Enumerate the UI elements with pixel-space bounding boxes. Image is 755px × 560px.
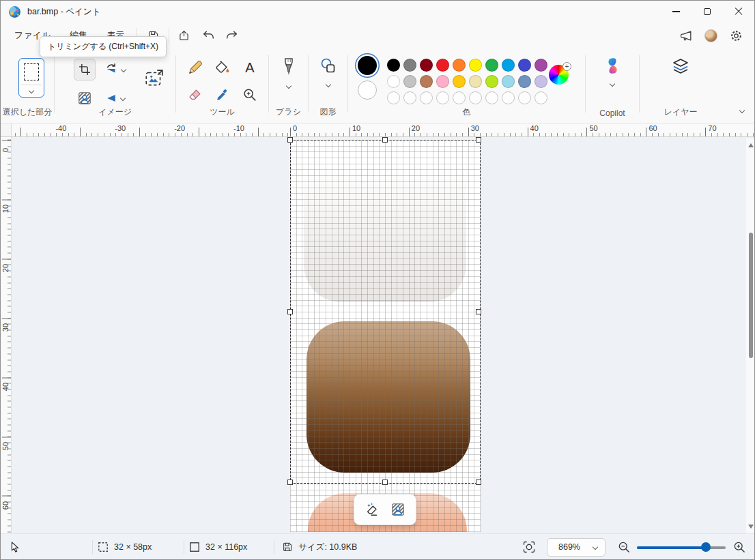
magic-eraser-button[interactable] xyxy=(365,502,380,517)
palette-swatch-r2-9[interactable] xyxy=(535,75,547,88)
primary-color-swatch[interactable] xyxy=(358,56,377,75)
settings-button[interactable] xyxy=(724,26,747,45)
chevron-down-icon[interactable] xyxy=(29,88,34,93)
zoom-out-button[interactable] xyxy=(617,534,631,560)
chevron-down-icon[interactable] xyxy=(326,82,331,87)
zoom-slider[interactable] xyxy=(637,534,726,560)
zoom-level-dropdown[interactable]: 869% xyxy=(547,534,606,560)
h-ruler-label: 50 xyxy=(590,124,598,132)
flip-icon xyxy=(104,91,118,105)
scrollbar-thumb[interactable] xyxy=(749,233,753,358)
selection-handle-6[interactable] xyxy=(382,480,388,485)
selection-rectangle[interactable] xyxy=(290,140,481,484)
color-picker-tool[interactable] xyxy=(209,81,236,108)
palette-swatch-r2-1[interactable] xyxy=(403,75,416,88)
palette-swatch-r2-4[interactable] xyxy=(453,75,466,88)
selection-handle-0[interactable] xyxy=(287,137,293,143)
text-tool[interactable]: A xyxy=(236,54,263,81)
palette-swatch-r2-6[interactable] xyxy=(485,75,498,88)
zoom-to-fit-button[interactable] xyxy=(522,534,536,560)
palette-swatch-r2-7[interactable] xyxy=(502,75,515,88)
resize-button[interactable] xyxy=(141,65,168,92)
share-button[interactable] xyxy=(173,26,197,45)
zoom-in-button[interactable] xyxy=(732,534,746,560)
palette-swatch-r2-2[interactable] xyxy=(420,75,433,88)
plus-icon: + xyxy=(562,62,571,71)
crop-button[interactable] xyxy=(74,59,96,80)
selection-handle-7[interactable] xyxy=(476,480,481,485)
palette-empty-slot-9[interactable] xyxy=(535,91,547,104)
chevron-down-icon[interactable] xyxy=(120,95,126,101)
chevron-down-icon[interactable] xyxy=(121,67,126,72)
selection-handle-4[interactable] xyxy=(476,309,481,314)
selection-handle-1[interactable] xyxy=(382,137,388,143)
h-ruler-label: 0 xyxy=(293,124,297,132)
zoom-slider-thumb[interactable] xyxy=(701,542,711,552)
palette-swatch-r1-3[interactable] xyxy=(436,59,449,72)
palette-swatch-r1-4[interactable] xyxy=(453,59,466,72)
minimize-button[interactable] xyxy=(660,1,692,23)
undo-button[interactable] xyxy=(197,26,220,45)
copilot-button[interactable] xyxy=(603,57,622,75)
paint-app-icon xyxy=(9,6,20,18)
palette-swatch-r1-6[interactable] xyxy=(485,59,498,72)
palette-empty-slot-0[interactable] xyxy=(387,91,400,104)
magnifier-tool[interactable] xyxy=(236,81,263,108)
maximize-button[interactable] xyxy=(692,1,723,23)
eraser-tool[interactable] xyxy=(182,81,209,108)
palette-empty-slot-3[interactable] xyxy=(436,91,449,104)
rotate-button[interactable] xyxy=(98,55,131,84)
maximize-icon xyxy=(704,8,711,15)
secondary-color-swatch[interactable] xyxy=(358,80,377,100)
palette-swatch-r1-1[interactable] xyxy=(403,59,416,72)
palette-swatch-r1-8[interactable] xyxy=(518,59,531,72)
palette-swatch-r2-0[interactable] xyxy=(387,75,400,88)
section-shapes: 図形 xyxy=(309,48,347,123)
palette-empty-slot-6[interactable] xyxy=(485,91,498,104)
palette-swatch-r1-9[interactable] xyxy=(535,59,547,72)
selection-handle-3[interactable] xyxy=(287,309,293,314)
close-button[interactable] xyxy=(723,1,754,23)
h-ruler-label: -10 xyxy=(233,124,244,132)
chevron-down-icon xyxy=(739,108,745,113)
palette-empty-slot-1[interactable] xyxy=(403,91,416,104)
palette-empty-slot-8[interactable] xyxy=(518,91,531,104)
palette-empty-slot-7[interactable] xyxy=(502,91,515,104)
chevron-down-icon[interactable] xyxy=(610,81,615,87)
palette-swatch-r2-3[interactable] xyxy=(436,75,449,88)
canvas-workspace[interactable] xyxy=(12,137,755,535)
account-avatar[interactable] xyxy=(704,29,717,42)
palette-swatch-r1-0[interactable] xyxy=(387,59,400,72)
scroll-up-arrow[interactable] xyxy=(748,143,754,147)
palette-swatch-r2-5[interactable] xyxy=(469,75,482,88)
layers-button[interactable] xyxy=(671,57,690,76)
remove-background-button-floating[interactable] xyxy=(390,502,405,517)
palette-empty-slot-5[interactable] xyxy=(469,91,482,104)
chevron-down-icon[interactable] xyxy=(286,83,291,89)
palette-empty-slot-4[interactable] xyxy=(453,91,466,104)
feedback-button[interactable] xyxy=(674,26,698,45)
h-ruler-label: 60 xyxy=(649,124,657,132)
brush-button[interactable] xyxy=(281,57,297,77)
palette-swatch-r1-2[interactable] xyxy=(420,59,433,72)
palette-swatch-r2-8[interactable] xyxy=(518,75,531,88)
divider xyxy=(169,28,169,43)
redo-button[interactable] xyxy=(220,26,243,45)
vertical-scrollbar[interactable] xyxy=(746,138,755,533)
shapes-button[interactable] xyxy=(319,57,338,76)
selection-handle-5[interactable] xyxy=(287,480,293,485)
fill-tool[interactable] xyxy=(209,54,236,81)
collapse-ribbon-button[interactable] xyxy=(739,104,745,116)
selection-tool-button[interactable] xyxy=(18,58,44,98)
palette-empty-slot-2[interactable] xyxy=(420,91,433,104)
pencil-tool[interactable] xyxy=(182,54,209,81)
edit-colors-button[interactable]: + xyxy=(549,65,569,85)
scroll-down-arrow[interactable] xyxy=(748,525,754,529)
selection-section-label: 選択した部分 xyxy=(1,106,54,118)
palette-swatch-r1-5[interactable] xyxy=(469,59,482,72)
palette-swatch-r1-7[interactable] xyxy=(502,59,515,72)
selection-handle-2[interactable] xyxy=(476,137,481,143)
section-brush: ブラシ xyxy=(269,48,308,123)
magic-eraser-icon xyxy=(365,502,380,517)
redo-icon xyxy=(225,29,238,42)
